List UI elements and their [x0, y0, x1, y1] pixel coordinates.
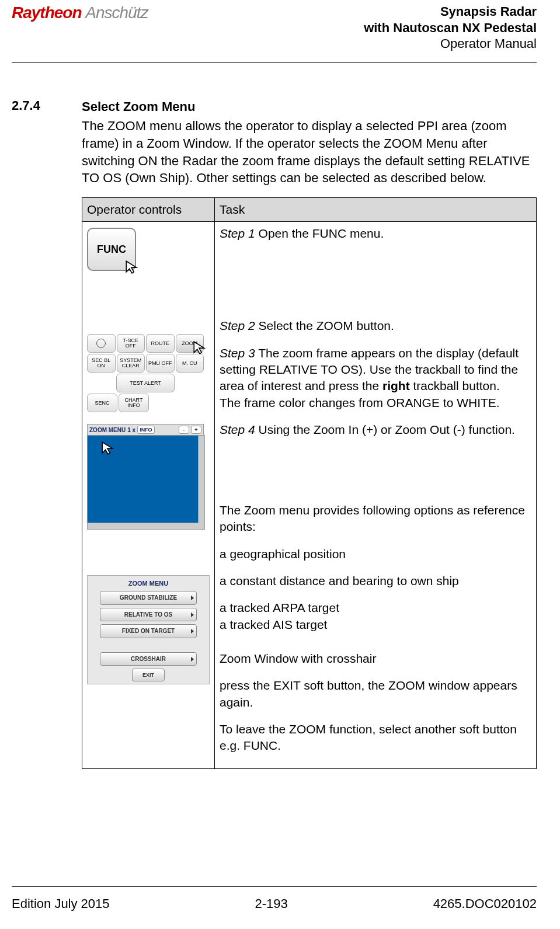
ref-ais: a tracked AIS target	[220, 617, 531, 633]
doc-title-2: with Nautoscan NX Pedestal	[364, 20, 537, 36]
step1-label: Step 1	[220, 227, 255, 240]
func-button[interactable]: FUNC	[87, 228, 136, 271]
tool-testalert[interactable]: TEST ALERT	[116, 374, 175, 392]
ref-arpa: a tracked ARPA target	[220, 600, 531, 616]
cursor-icon	[124, 259, 140, 274]
cursor-icon	[100, 440, 116, 455]
scrollbar-vertical[interactable]	[198, 436, 204, 529]
col-header-task: Task	[215, 197, 537, 221]
leave-text: To leave the ZOOM function, select anoth…	[220, 721, 531, 754]
step3-bold: right	[382, 379, 410, 392]
doc-title-block: Synapsis Radar with Nautoscan NX Pedesta…	[364, 4, 537, 52]
footer-edition: Edition July 2015	[12, 896, 110, 911]
chevron-right-icon	[191, 629, 194, 634]
step3-label: Step 3	[220, 346, 255, 360]
brand-logo: Raytheon Anschütz	[12, 4, 148, 22]
zoom-menu-title: ZOOM MENU	[90, 579, 207, 588]
step2-text: Select the ZOOM button.	[255, 319, 394, 332]
procedure-table: Operator controls Task FUNC	[82, 197, 537, 769]
tool-sun[interactable]	[87, 334, 116, 353]
exit-text: press the EXIT soft button, the ZOOM win…	[220, 677, 531, 711]
zoom-out-button[interactable]: -	[179, 426, 189, 434]
chevron-right-icon	[191, 657, 194, 662]
step4-text: Using the Zoom In (+) or Zoom Out (-) fu…	[255, 423, 515, 436]
footer-page: 2-193	[255, 896, 287, 911]
zoom-window: ZOOM MENU 1 x INFO - +	[87, 424, 204, 530]
section-title: Select Zoom Menu	[82, 98, 537, 116]
step3-text-b: trackball button.	[410, 379, 500, 392]
func-toolbar: T-SCE OFF ROUTE ZOOM SEC BL ON	[87, 334, 204, 413]
cursor-icon	[192, 340, 207, 355]
zoom-menu-toggle[interactable]: ZOOM MENU	[89, 426, 126, 434]
step1-text: Open the FUNC menu.	[255, 227, 384, 240]
btn-crosshair[interactable]: CROSSHAIR	[100, 652, 197, 666]
step2-label: Step 2	[220, 319, 255, 332]
btn-ground-stabilize[interactable]: GROUND STABILIZE	[100, 591, 197, 605]
scrollbar-horizontal[interactable]	[88, 523, 199, 529]
chevron-right-icon	[191, 613, 194, 617]
task-cell: Step 1 Open the FUNC menu. Step 2 Select…	[215, 222, 537, 769]
tool-route[interactable]: ROUTE	[146, 334, 175, 353]
zoom-ppi-view[interactable]	[87, 435, 205, 530]
func-button-label: FUNC	[97, 242, 126, 256]
tool-chartinfo[interactable]: CHART INFO	[119, 394, 149, 412]
page-footer: Edition July 2015 2-193 4265.DOC020102	[12, 886, 537, 929]
footer-docnum: 4265.DOC020102	[433, 896, 537, 911]
ref-geo: a geographical position	[220, 546, 531, 562]
doc-title-3: Operator Manual	[364, 36, 537, 52]
chevron-right-icon	[191, 596, 194, 600]
ref-dist-bearing: a constant distance and bearing to own s…	[220, 573, 531, 589]
doc-title-1: Synapsis Radar	[364, 4, 537, 20]
step3-line2: The frame color changes from ORANGE to W…	[220, 395, 531, 411]
tool-tsce[interactable]: T-SCE OFF	[117, 334, 145, 353]
section-number: 2.7.4	[12, 98, 70, 769]
section-intro: The ZOOM menu allows the operator to dis…	[82, 117, 537, 187]
logo-primary: Raytheon	[12, 4, 82, 22]
tool-mcu[interactable]: M. CU	[176, 354, 204, 373]
zoom-menu-panel: ZOOM MENU GROUND STABILIZE RELATIVE TO O…	[87, 575, 210, 684]
zoom-in-button[interactable]: +	[191, 426, 201, 434]
btn-fixed-on-target[interactable]: FIXED ON TARGET	[100, 624, 197, 638]
tool-senc[interactable]: SENC	[87, 394, 117, 412]
tool-sysclear[interactable]: SYSTEM CLEAR	[117, 354, 145, 373]
zoom-info-button[interactable]: INFO	[137, 426, 155, 434]
ref-crosshair: Zoom Window with crosshair	[220, 650, 531, 667]
operator-controls-cell: FUNC T-SCE OFF	[82, 222, 215, 769]
logo-secondary: Anschütz	[85, 4, 148, 22]
tool-pmu[interactable]: PMU OFF	[146, 354, 175, 373]
col-header-operator: Operator controls	[82, 197, 215, 221]
tool-secbl[interactable]: SEC BL ON	[87, 354, 116, 373]
header-rule	[12, 62, 537, 63]
ref-intro: The Zoom menu provides following options…	[220, 502, 531, 535]
btn-exit[interactable]: EXIT	[132, 669, 165, 681]
btn-relative-to-os[interactable]: RELATIVE TO OS	[100, 608, 197, 622]
zoom-scale: 1 x	[127, 426, 135, 434]
step4-label: Step 4	[220, 423, 255, 436]
